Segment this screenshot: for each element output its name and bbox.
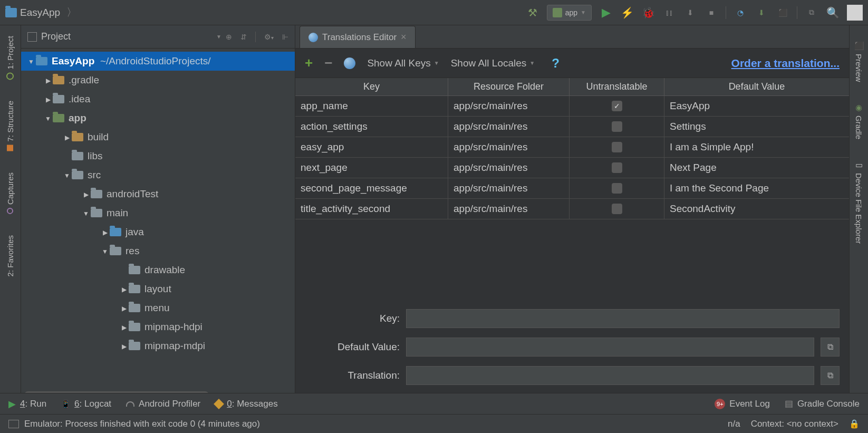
translation-input[interactable] [406,366,814,385]
sdk-manager-icon[interactable]: ⬛ [776,6,789,20]
bottom-tab-profiler[interactable]: Android Profiler [126,399,200,409]
checkbox[interactable] [612,183,622,194]
bottom-tab-event-log[interactable]: 9+ Event Log [715,399,770,409]
tree-item[interactable]: res [21,242,295,261]
cell-resource-folder[interactable]: app/src/main/res [448,178,570,198]
project-view-select[interactable]: Project ▼ [27,31,221,42]
close-icon[interactable]: × [401,32,407,43]
cell-key[interactable]: title_activity_second [295,199,448,219]
table-row[interactable]: second_page_messageapp/src/main/resI am … [295,178,849,199]
tree-item[interactable]: layout [21,280,295,299]
tab-translations-editor[interactable]: Translations Editor × [300,26,416,48]
expand-arrow-icon[interactable] [62,133,72,141]
col-header-key[interactable]: Key [295,78,448,95]
tree-item[interactable]: mipmap-hdpi [21,317,295,336]
scroll-from-source-icon[interactable]: ⊕ [226,33,232,41]
run-icon[interactable]: ▶ [599,6,613,20]
cell-key[interactable]: action_settings [295,117,448,137]
bottom-tab-logcat[interactable]: 📱 6: Logcat [61,399,111,409]
right-tab-gradle[interactable]: ◉Gradle [854,103,864,139]
tree-item[interactable]: androidTest [21,185,295,204]
tree-item[interactable]: java [21,223,295,242]
tree-item[interactable]: drawable [21,261,295,280]
cell-default-value[interactable]: I am a Simple App! [664,137,849,157]
cell-default-value[interactable]: EasyApp [664,96,849,116]
browse-default-button[interactable]: ⧉ [821,338,840,357]
tree-item[interactable]: app [21,109,295,128]
cell-resource-folder[interactable]: app/src/main/res [448,117,570,137]
cell-default-value[interactable]: I am the Second Page [664,178,849,198]
remove-key-icon[interactable]: − [324,55,332,71]
cell-untranslatable[interactable] [570,178,664,198]
tree-item[interactable]: src [21,166,295,185]
tree-item[interactable]: libs [21,147,295,166]
project-tree[interactable]: EasyApp ~/AndroidStudioProjects/ .gradle… [21,49,295,401]
cell-resource-folder[interactable]: app/src/main/res [448,96,570,116]
expand-arrow-icon[interactable] [119,285,129,293]
sync-icon[interactable]: ◔ [734,6,747,20]
key-input[interactable] [406,309,840,328]
tree-item[interactable]: .gradle [21,71,295,90]
table-row[interactable]: title_activity_secondapp/src/main/resSec… [295,199,849,219]
left-tab-structure[interactable]: 7: Structure [6,101,15,151]
cell-resource-folder[interactable]: app/src/main/res [448,199,570,219]
browse-translation-button[interactable]: ⧉ [821,366,840,385]
bottom-tab-gradle-console[interactable]: ▤ Gradle Console [785,398,860,409]
cell-key[interactable]: next_page [295,158,448,178]
expand-arrow-icon[interactable] [119,304,129,312]
table-row[interactable]: easy_appapp/src/main/resI am a Simple Ap… [295,137,849,158]
profile-icon[interactable]: ⫿⫿ [662,6,676,20]
lock-icon[interactable]: 🔒 [849,419,860,429]
cell-default-value[interactable]: Settings [664,117,849,137]
col-header-untranslatable[interactable]: Untranslatable [570,78,664,95]
breadcrumb[interactable]: EasyApp 〉 [5,5,526,20]
cell-untranslatable[interactable] [570,158,664,178]
search-icon[interactable]: 🔍 [826,6,840,20]
layout-icon[interactable]: ⧉ [805,6,818,20]
checkbox[interactable] [612,204,622,214]
add-key-icon[interactable]: + [305,55,313,71]
checkbox[interactable] [612,121,622,132]
checkbox[interactable] [612,162,622,173]
cell-resource-folder[interactable]: app/src/main/res [448,158,570,178]
order-translation-link[interactable]: Order a translation... [731,57,840,70]
table-row[interactable]: next_pageapp/src/main/resNext Page [295,158,849,178]
cell-untranslatable[interactable] [570,117,664,137]
table-row[interactable]: app_nameapp/src/main/resEasyApp [295,96,849,117]
stop-icon[interactable]: ■ [705,6,718,20]
tree-item[interactable]: menu [21,299,295,317]
status-na[interactable]: n/a [728,419,740,429]
help-icon[interactable]: ? [552,56,560,71]
status-bar-widgets-icon[interactable] [8,420,19,428]
checkbox[interactable] [612,142,622,152]
expand-arrow-icon[interactable] [43,76,53,84]
expand-arrow-icon[interactable] [81,190,91,198]
right-tab-device-explorer[interactable]: ▭Device File Explorer [854,160,864,244]
run-config-select[interactable]: app ▼ [547,5,592,21]
hide-panel-icon[interactable]: ⊩ [282,33,288,41]
cell-default-value[interactable]: Next Page [664,158,849,178]
avd-manager-icon[interactable]: ⬇ [755,6,768,20]
collapse-all-icon[interactable]: ⇵ [240,33,247,41]
tree-item[interactable]: build [21,128,295,147]
expand-arrow-icon[interactable] [81,209,91,217]
col-header-default-value[interactable]: Default Value [664,78,849,95]
settings-gear-icon[interactable]: ⚙▾ [264,33,274,41]
left-tab-project[interactable]: 1: Project [6,36,15,80]
add-locale-icon[interactable] [344,57,355,69]
col-header-resource-folder[interactable]: Resource Folder [448,78,570,95]
checkbox[interactable] [612,101,622,111]
build-icon[interactable]: ⚒ [526,6,539,20]
cell-untranslatable[interactable] [570,199,664,219]
cell-untranslatable[interactable] [570,96,664,116]
show-all-keys-select[interactable]: Show All Keys▼ [367,57,439,69]
debug-icon[interactable]: 🐞 [641,6,655,20]
cell-key[interactable]: easy_app [295,137,448,157]
cell-default-value[interactable]: SecondActivity [664,199,849,219]
left-tab-captures[interactable]: Captures [6,172,15,214]
tree-item[interactable]: .idea [21,90,295,109]
expand-arrow-icon[interactable] [26,57,36,65]
default-value-input[interactable] [406,338,814,357]
table-row[interactable]: action_settingsapp/src/main/resSettings [295,117,849,137]
right-tab-preview[interactable]: ⬛Preview [854,41,864,82]
